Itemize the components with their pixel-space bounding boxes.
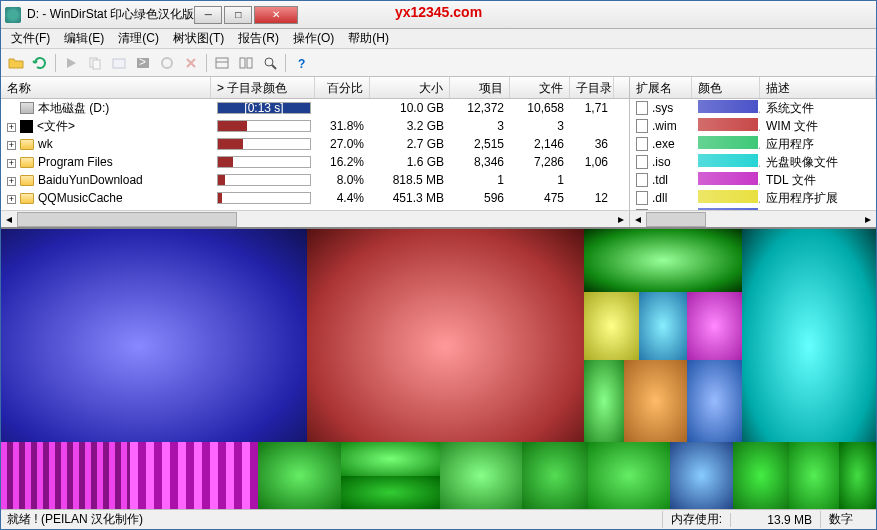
col-subdirs[interactable]: 子目录: [570, 77, 614, 98]
tree-hscroll[interactable]: ◂▸: [1, 210, 629, 227]
ext-name: .sys: [652, 101, 673, 115]
cell-files: 3: [510, 119, 570, 133]
svg-rect-8: [240, 58, 245, 68]
play-button[interactable]: [60, 52, 82, 74]
ext-desc: 光盘映像文件: [760, 154, 876, 171]
file-icon: [636, 101, 648, 115]
status-bar: 就绪 ! (PEILAN 汉化制作) 内存使用: 13.9 MB 数字: [1, 509, 876, 529]
file-icon: [636, 155, 648, 169]
app-icon: [5, 7, 21, 23]
col-percent[interactable]: 百分比: [315, 77, 370, 98]
percent-bar: [217, 192, 311, 204]
ext-list[interactable]: .sys系统文件.wimWIM 文件.exe应用程序.iso光盘映像文件.tdl…: [630, 99, 876, 210]
list-item[interactable]: .sys系统文件: [630, 99, 876, 117]
cell-files: 10,658: [510, 101, 570, 115]
menu-bar: 文件(F) 编辑(E) 清理(C) 树状图(T) 报告(R) 操作(O) 帮助(…: [1, 29, 876, 49]
menu-action[interactable]: 操作(O): [287, 28, 340, 49]
close-button[interactable]: ✕: [254, 6, 298, 24]
svg-rect-1: [93, 60, 100, 69]
col-files[interactable]: 文件: [510, 77, 570, 98]
table-row[interactable]: +<文件>31.8%3.2 GB33: [1, 117, 629, 135]
ext-desc: 应用程序扩展: [760, 190, 876, 207]
treemap[interactable]: [1, 227, 876, 509]
color-swatch: [698, 154, 758, 167]
menu-cleanup[interactable]: 清理(C): [112, 28, 165, 49]
ext-hscroll[interactable]: ◂▸: [630, 210, 876, 227]
open-button[interactable]: [5, 52, 27, 74]
col-size[interactable]: 大小: [370, 77, 450, 98]
extension-panel: 扩展名 颜色 描述 .sys系统文件.wimWIM 文件.exe应用程序.iso…: [630, 77, 876, 227]
expand-icon[interactable]: +: [7, 195, 16, 204]
svg-point-5: [162, 58, 172, 68]
minimize-button[interactable]: ─: [194, 6, 222, 24]
list-item[interactable]: .exe应用程序: [630, 135, 876, 153]
list-item[interactable]: .iso光盘映像文件: [630, 153, 876, 171]
menu-help[interactable]: 帮助(H): [342, 28, 395, 49]
window-title: D: - WinDirStat 印心绿色汉化版: [27, 6, 194, 23]
col-subcolor[interactable]: > 子目录颜色: [211, 77, 315, 98]
cell-files: 1: [510, 173, 570, 187]
file-icon: [636, 209, 648, 210]
menu-report[interactable]: 报告(R): [232, 28, 285, 49]
copy-button[interactable]: [84, 52, 106, 74]
table-row[interactable]: +微云网盘2.5%260.7 MB6055: [1, 207, 629, 210]
table-row[interactable]: +QQMusicCache4.4%451.3 MB59647512: [1, 189, 629, 207]
cell-files: 55: [510, 209, 570, 210]
col-items[interactable]: 项目: [450, 77, 510, 98]
cell-items: 60: [450, 209, 510, 210]
refresh2-button[interactable]: [156, 52, 178, 74]
tree-list[interactable]: 本地磁盘 (D:)[0:13 s]10.0 GB12,37210,6581,71…: [1, 99, 629, 210]
cmd-button[interactable]: >_: [132, 52, 154, 74]
col-name[interactable]: 名称: [1, 77, 211, 98]
table-row[interactable]: 本地磁盘 (D:)[0:13 s]10.0 GB12,37210,6581,71: [1, 99, 629, 117]
file-tree-panel: 名称 > 子目录颜色 百分比 大小 项目 文件 子目录 本地磁盘 (D:)[0:…: [1, 77, 630, 227]
list-item[interactable]: .tdlTDL 文件: [630, 171, 876, 189]
list-item[interactable]: .dbData Base File: [630, 207, 876, 210]
help-button[interactable]: ?: [290, 52, 312, 74]
status-mem: 13.9 MB: [730, 513, 820, 527]
status-mem-label: 内存使用:: [662, 511, 730, 528]
delete-button[interactable]: [180, 52, 202, 74]
svg-rect-2: [113, 59, 125, 68]
menu-edit[interactable]: 编辑(E): [58, 28, 110, 49]
files-icon: [20, 120, 33, 133]
treeview-button[interactable]: [211, 52, 233, 74]
color-swatch: [698, 100, 758, 113]
folder-icon: [20, 193, 34, 204]
extview-button[interactable]: [235, 52, 257, 74]
color-swatch: [698, 208, 758, 210]
expand-icon[interactable]: +: [7, 123, 16, 132]
cell-size: 260.7 MB: [370, 209, 450, 210]
col-color[interactable]: 颜色: [692, 77, 760, 98]
col-desc[interactable]: 描述: [760, 77, 876, 98]
menu-file[interactable]: 文件(F): [5, 28, 56, 49]
maximize-button[interactable]: □: [224, 6, 252, 24]
expand-icon[interactable]: +: [7, 159, 16, 168]
status-mode: 数字: [820, 511, 870, 528]
file-icon: [636, 191, 648, 205]
ext-header: 扩展名 颜色 描述: [630, 77, 876, 99]
file-icon: [636, 173, 648, 187]
col-ext[interactable]: 扩展名: [630, 77, 692, 98]
cell-size: 2.7 GB: [370, 137, 450, 151]
explorer-button[interactable]: [108, 52, 130, 74]
list-item[interactable]: .dll应用程序扩展: [630, 189, 876, 207]
zoom-button[interactable]: [259, 52, 281, 74]
refresh-button[interactable]: [29, 52, 51, 74]
table-row[interactable]: +Program Files16.2%1.6 GB8,3467,2861,06: [1, 153, 629, 171]
expand-icon[interactable]: +: [7, 177, 16, 186]
watermark-text: yx12345.com: [395, 4, 482, 20]
table-row[interactable]: +BaiduYunDownload8.0%818.5 MB11: [1, 171, 629, 189]
percent-bar: [217, 120, 311, 132]
cell-percent: 16.2%: [315, 155, 370, 169]
status-ready: 就绪 ! (PEILAN 汉化制作): [7, 511, 662, 528]
menu-treemap[interactable]: 树状图(T): [167, 28, 230, 49]
list-item[interactable]: .wimWIM 文件: [630, 117, 876, 135]
percent-bar: [0:13 s]: [217, 102, 311, 114]
cell-files: 2,146: [510, 137, 570, 151]
row-name: wk: [38, 137, 53, 151]
file-icon: [636, 137, 648, 151]
table-row[interactable]: +wk27.0%2.7 GB2,5152,14636: [1, 135, 629, 153]
ext-desc: Data Base File: [760, 209, 876, 210]
expand-icon[interactable]: +: [7, 141, 16, 150]
